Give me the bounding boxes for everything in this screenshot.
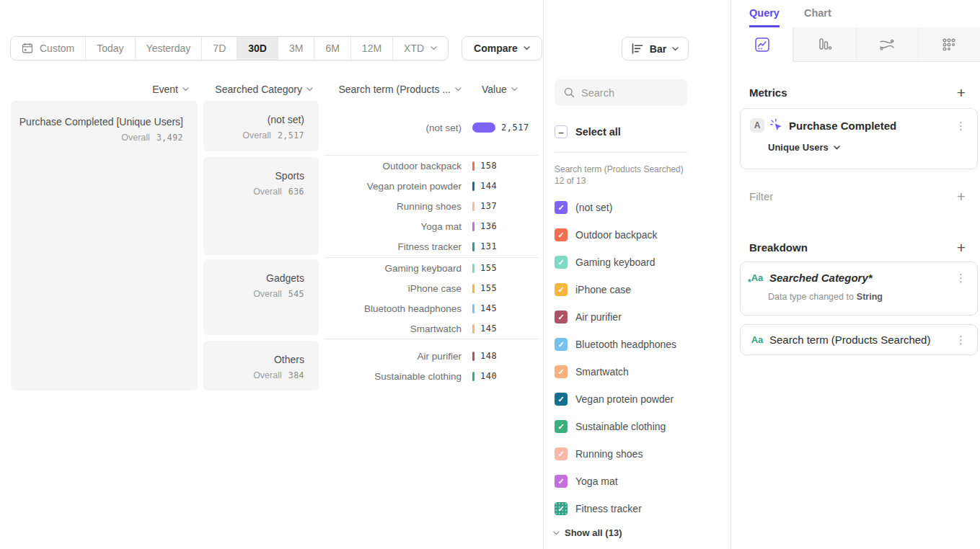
add-filter-button[interactable]: + <box>957 189 966 204</box>
value-bar <box>472 372 474 381</box>
metric-letter-badge: A <box>750 118 764 133</box>
chevron-down-icon <box>431 46 437 50</box>
kebab-menu-icon[interactable]: ⋮ <box>953 272 968 283</box>
series-item[interactable]: ✓ Outdoor backpack <box>555 228 658 241</box>
date-range-today[interactable]: Today <box>86 37 135 60</box>
value-bar <box>472 304 474 313</box>
series-checkbox[interactable]: ✓ <box>555 420 568 433</box>
series-item[interactable]: ✓ Air purifier <box>555 311 622 323</box>
kebab-menu-icon[interactable]: ⋮ <box>953 334 968 345</box>
series-search <box>555 79 687 106</box>
series-item[interactable]: ✓ Yoga mat <box>555 475 618 488</box>
compare-button[interactable]: Compare <box>462 36 542 61</box>
show-all-toggle[interactable]: Show all (13) <box>553 527 622 538</box>
modified-marker: * <box>748 277 751 287</box>
bar-row: Air purifier 148 <box>325 346 539 366</box>
filter-section-header: Filter + <box>749 189 966 204</box>
series-checkbox[interactable]: ✓ <box>555 338 568 351</box>
column-header-event[interactable]: Event <box>152 84 189 95</box>
date-range-3m[interactable]: 3M <box>278 37 314 60</box>
series-item[interactable]: ✓ Bluetooth headphones <box>555 338 676 351</box>
calendar-icon <box>22 43 33 54</box>
breakdown-property-name[interactable]: Searched Category* <box>769 272 948 284</box>
column-header-search-term[interactable]: Search term (Products ... <box>338 84 462 95</box>
breakdown-property-name[interactable]: Search term (Products Searched) <box>769 334 948 346</box>
date-range-toolbar: Custom Today Yesterday 7D 30D 3M 6M 12M … <box>10 36 542 61</box>
event-spark-icon <box>769 118 784 133</box>
bar-row: Outdoor backpack 158 <box>325 156 539 176</box>
date-range-30d[interactable]: 30D <box>237 37 278 60</box>
string-property-icon: Aa <box>750 334 764 345</box>
date-range-xtd[interactable]: XTD <box>393 37 448 60</box>
chevron-down-icon <box>306 87 313 92</box>
series-item[interactable]: ✓ (not set) <box>555 201 612 214</box>
value-bar <box>472 324 474 334</box>
query-panel-tabs: Query Chart <box>731 0 980 27</box>
tab-retention[interactable] <box>918 27 980 62</box>
flows-icon <box>878 37 896 53</box>
tab-query[interactable]: Query <box>749 7 780 27</box>
bar-row: Sustainable clothing 140 <box>325 366 539 386</box>
series-checkbox[interactable]: ✓ <box>555 502 568 515</box>
series-checkbox[interactable]: ✓ <box>555 311 568 323</box>
series-checkbox[interactable]: ✓ <box>555 228 568 241</box>
measurement-dropdown[interactable]: Unique Users <box>768 142 977 163</box>
value-bar <box>472 264 474 273</box>
series-item[interactable]: ✓ Running shoes <box>555 447 643 460</box>
column-header-searched-category[interactable]: Searched Category <box>215 84 313 95</box>
value-bar <box>472 122 495 133</box>
chevron-down-icon <box>182 87 189 92</box>
date-range-7d[interactable]: 7D <box>202 37 237 60</box>
retention-dots-icon <box>941 37 957 53</box>
series-checkbox[interactable]: ✓ <box>555 393 568 406</box>
series-item[interactable]: ✓ Sustainable clothing <box>555 420 666 433</box>
metric-card: A Purchase Completed ⋮ Unique Users <box>740 108 978 169</box>
date-range-yesterday[interactable]: Yesterday <box>136 37 203 60</box>
tab-funnels[interactable] <box>793 27 855 62</box>
breakdown-card: Aa* Searched Category* ⋮ Data type chang… <box>740 262 978 316</box>
breakdown-card: Aa Search term (Products Searched) ⋮ <box>740 324 978 355</box>
tab-chart[interactable]: Chart <box>804 7 831 27</box>
series-item[interactable]: ✓ Vegan protein powder <box>555 393 674 406</box>
category-cell: Sports Overall636 <box>203 157 319 255</box>
tab-insights[interactable] <box>731 27 793 62</box>
date-range-custom[interactable]: Custom <box>11 37 86 60</box>
select-all-checkbox[interactable]: – <box>555 125 568 138</box>
column-header-value[interactable]: Value <box>482 84 518 95</box>
series-checkbox[interactable]: ✓ <box>555 475 568 488</box>
add-breakdown-button[interactable]: + <box>957 240 966 255</box>
series-checkbox[interactable]: ✓ <box>555 256 568 269</box>
category-name: Sports <box>203 170 304 182</box>
report-type-tabs <box>731 27 980 62</box>
category-cell: Gadgets Overall545 <box>203 259 319 335</box>
value-bar <box>472 202 474 211</box>
metrics-section-header: Metrics + <box>749 85 966 100</box>
date-range-6m[interactable]: 6M <box>314 37 350 60</box>
event-name: Purchase Completed [Unique Users] <box>11 116 183 128</box>
series-checkbox[interactable]: ✓ <box>555 201 568 214</box>
search-input[interactable] <box>581 87 678 99</box>
category-cell: Others Overall384 <box>203 341 319 390</box>
series-checkbox[interactable]: ✓ <box>555 283 568 296</box>
bar-row: (not set) 2,517 <box>325 117 539 138</box>
bar-row: Gaming keyboard 155 <box>325 258 539 278</box>
series-checkbox[interactable]: ✓ <box>555 365 568 378</box>
date-range-12m[interactable]: 12M <box>351 37 393 60</box>
tab-flows[interactable] <box>856 27 918 62</box>
series-filter-panel: – Select all Search term (Products Searc… <box>543 0 730 549</box>
series-group-label: Search term (Products Searched) 12 of 13 <box>555 164 688 187</box>
event-overall: Overall3,492 <box>11 133 183 143</box>
breakdown-section-header: Breakdown + <box>749 240 966 255</box>
series-item[interactable]: ✓ Fitness tracker <box>555 502 642 515</box>
date-range-label: Custom <box>40 43 74 54</box>
series-item[interactable]: ✓ iPhone case <box>555 283 631 296</box>
kebab-menu-icon[interactable]: ⋮ <box>953 120 968 131</box>
series-checkbox[interactable]: ✓ <box>555 447 568 460</box>
select-all-row[interactable]: – Select all <box>555 125 621 138</box>
series-item[interactable]: ✓ Gaming keyboard <box>555 256 655 269</box>
series-item[interactable]: ✓ Smartwatch <box>555 365 629 378</box>
metric-event-name[interactable]: Purchase Completed <box>789 120 948 132</box>
report-canvas: Custom Today Yesterday 7D 30D 3M 6M 12M … <box>0 0 730 549</box>
bar-row: Yoga mat 136 <box>325 216 539 236</box>
add-metric-button[interactable]: + <box>957 85 966 100</box>
